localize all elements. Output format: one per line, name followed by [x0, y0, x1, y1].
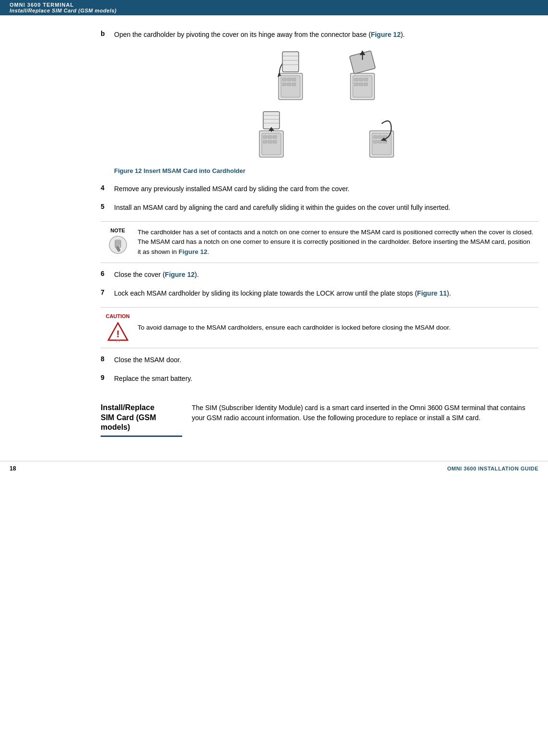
svg-rect-7 — [292, 83, 296, 86]
content-area: b Open the cardholder by pivoting the co… — [0, 15, 548, 447]
svg-rect-30 — [268, 140, 272, 143]
svg-rect-18 — [354, 83, 358, 86]
footer: 18 OMNI 3600 INSTALLATION GUIDE — [0, 461, 548, 476]
page-number: 18 — [10, 465, 16, 472]
footer-title: OMNI 3600 INSTALLATION GUIDE — [447, 466, 538, 471]
step-b-text-after: ). — [401, 31, 405, 38]
caution-text: To avoid damage to the MSAM cardholders,… — [138, 323, 535, 332]
step-b-letter: b — [101, 30, 110, 37]
step9-item: 9 Replace the smart battery. — [101, 374, 538, 384]
section-heading-line2: SIM Card (GSM — [101, 413, 156, 422]
step-b-text: Open the cardholder by pivoting the cove… — [114, 30, 538, 40]
main-content: b Open the cardholder by pivoting the co… — [91, 30, 538, 437]
step6-text: Close the cover (Figure 12). — [114, 270, 538, 280]
step4-item: 4 Remove any previously installed MSAM c… — [101, 184, 538, 194]
step7-link: Figure 11 — [417, 289, 447, 297]
step7-text-after: ). — [447, 289, 451, 297]
note-box: NOTE The cardholder has a set of contact… — [101, 221, 538, 263]
header-bar: OMNI 3600 TERMINAL Install/Replace SIM C… — [0, 0, 548, 15]
svg-rect-20 — [364, 83, 368, 86]
caution-label: CAUTION — [105, 313, 129, 319]
svg-rect-31 — [273, 140, 277, 143]
step7-number: 7 — [101, 288, 110, 296]
step7-text: Lock each MSAM cardholder by sliding its… — [114, 288, 538, 298]
svg-rect-26 — [263, 136, 267, 138]
figure12-caption: Figure 12 Insert MSAM Card into Cardhold… — [114, 167, 538, 174]
caution-triangle-icon: ! — [107, 321, 128, 342]
svg-rect-5 — [282, 83, 286, 86]
step4-number: 4 — [101, 184, 110, 192]
step7-item: 7 Lock each MSAM cardholder by sliding i… — [101, 288, 538, 298]
svg-rect-43 — [373, 140, 377, 143]
header-sub-title: Install/Replace SIM Card (GSM models) — [10, 8, 117, 13]
svg-rect-28 — [273, 136, 277, 138]
section-heading-line3: models) — [101, 423, 130, 431]
svg-rect-15 — [354, 78, 358, 81]
svg-rect-2 — [282, 78, 286, 81]
step5-number: 5 — [101, 203, 110, 210]
step5-item: 5 Install an MSAM card by aligning the c… — [101, 203, 538, 213]
step6-link: Figure 12 — [165, 271, 195, 278]
step6-text-after: ). — [195, 271, 199, 278]
step8-text: Close the MSAM door. — [114, 355, 538, 365]
note-text: The cardholder has a set of contacts and… — [138, 228, 535, 257]
svg-rect-19 — [359, 83, 363, 86]
figure12-container: Figure 12 Insert MSAM Card into Cardhold… — [114, 49, 538, 174]
step6-number: 6 — [101, 270, 110, 277]
figure12-caption-label: Figure 12 — [114, 167, 142, 174]
caution-box: CAUTION ! To avoid damage to the MSAM ca… — [101, 307, 538, 348]
svg-text:!: ! — [116, 329, 119, 339]
note-label: NOTE — [110, 228, 125, 233]
step5-text: Install an MSAM card by aligning the car… — [114, 203, 538, 213]
left-sidebar — [10, 30, 91, 437]
caution-label-area: CAUTION ! — [105, 313, 131, 342]
page: OMNI 3600 TERMINAL Install/Replace SIM C… — [0, 0, 548, 756]
step-b-item: b Open the cardholder by pivoting the co… — [101, 30, 538, 40]
svg-rect-27 — [268, 136, 272, 138]
svg-rect-4 — [292, 78, 296, 81]
step9-number: 9 — [101, 374, 110, 381]
section-heading: Install/Replace SIM Card (GSM models) — [101, 403, 182, 437]
svg-rect-3 — [287, 78, 291, 81]
step4-text: Remove any previously installed MSAM car… — [114, 184, 538, 194]
svg-rect-44 — [378, 140, 382, 143]
svg-rect-40 — [373, 136, 377, 138]
svg-rect-6 — [287, 83, 291, 86]
svg-rect-16 — [359, 78, 363, 81]
step8-item: 8 Close the MSAM door. — [101, 355, 538, 365]
figure12-caption-text: Insert MSAM Card into Cardholder — [142, 167, 245, 174]
note-label-area: NOTE — [105, 228, 131, 254]
svg-rect-32 — [263, 112, 280, 129]
section-sim-card: Install/Replace SIM Card (GSM models) Th… — [101, 398, 538, 437]
note-link: Figure 12 — [179, 248, 208, 255]
figure12-row2 — [114, 107, 538, 160]
note-text-after: . — [208, 248, 210, 255]
section-heading-container: Install/Replace SIM Card (GSM models) — [101, 398, 182, 437]
cardholder-image-3 — [250, 107, 293, 160]
svg-rect-17 — [364, 78, 368, 81]
step7-text-before: Lock each MSAM cardholder by sliding its… — [114, 289, 417, 297]
svg-rect-41 — [378, 136, 382, 138]
section-heading-line1: Install/Replace — [101, 403, 154, 412]
cardholder-image-2 — [341, 49, 384, 102]
header-main-title: OMNI 3600 TERMINAL — [10, 2, 74, 8]
figure12-row1 — [114, 49, 538, 102]
step9-text: Replace the smart battery. — [114, 374, 538, 384]
step8-number: 8 — [101, 355, 110, 363]
step-b-link: Figure 12 — [371, 31, 400, 38]
step6-text-before: Close the cover ( — [114, 271, 165, 278]
step-b-text-before: Open the cardholder by pivoting the cove… — [114, 31, 371, 38]
step6-item: 6 Close the cover (Figure 12). — [101, 270, 538, 280]
note-pencil-icon — [108, 235, 128, 254]
section-intro-text: The SIM (Subscriber Identity Module) car… — [192, 403, 538, 437]
cardholder-image-1 — [269, 49, 312, 102]
svg-rect-29 — [263, 140, 267, 143]
cardholder-image-4 — [360, 107, 403, 160]
svg-rect-9 — [282, 52, 299, 72]
